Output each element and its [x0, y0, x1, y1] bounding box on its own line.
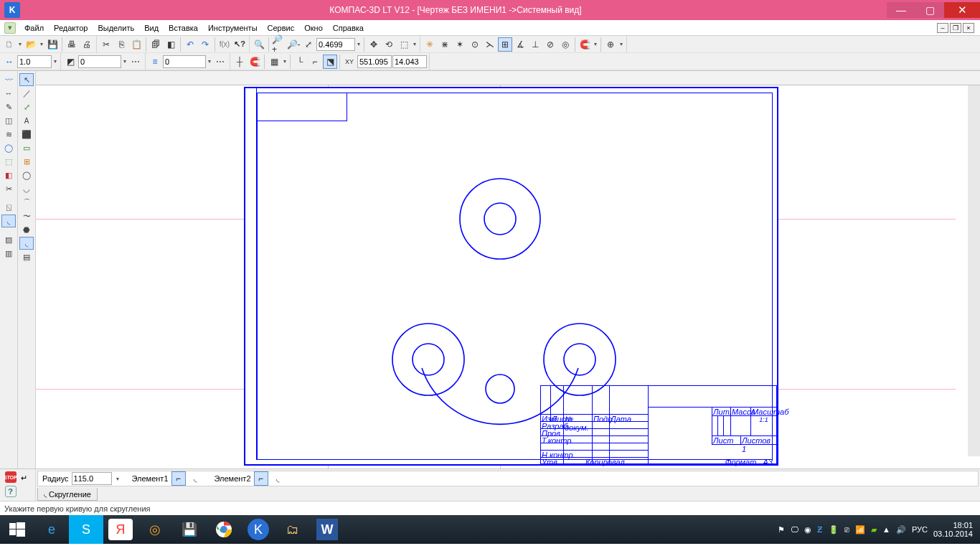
snap-tan-button[interactable]: ⊘ — [543, 37, 557, 52]
menu-help[interactable]: Справка — [329, 22, 368, 34]
taskbar-kompas-icon[interactable]: K — [248, 519, 269, 540]
tray-flag-icon[interactable]: ⚑ — [778, 525, 785, 534]
orbit-button[interactable]: ⟲ — [382, 37, 396, 52]
coord-x-input[interactable] — [357, 55, 392, 68]
tray-screen-icon[interactable]: 🖵 — [791, 525, 798, 534]
vertical-scrollbar[interactable] — [968, 85, 980, 456]
menu-edit[interactable]: Редактор — [50, 22, 92, 34]
elem2-opt1-button[interactable]: ⌐ — [254, 471, 268, 486]
open-button[interactable]: 📂 — [24, 37, 38, 52]
undo-button[interactable]: ↶ — [183, 37, 197, 52]
tool-arc-icon[interactable]: ◡ — [19, 182, 34, 195]
cat-a-icon[interactable]: ✂ — [1, 182, 16, 195]
cat-b-icon[interactable]: ⍂ — [1, 201, 16, 214]
tool-poly-icon[interactable]: ⬣ — [19, 223, 34, 236]
cat-geometry-icon[interactable]: 〰 — [1, 73, 16, 86]
tool-spline-icon[interactable]: 〜 — [19, 209, 34, 222]
snap-mid-button[interactable]: ⋇ — [438, 37, 452, 52]
cat-edit-icon[interactable]: ◫ — [1, 114, 16, 127]
ortho2-button[interactable]: └ — [293, 55, 307, 69]
paste-button[interactable]: 📋 — [129, 37, 143, 52]
cat-fillet-icon[interactable]: ◟ — [1, 215, 16, 227]
redo-button[interactable]: ↷ — [198, 37, 212, 52]
tool-line-icon[interactable]: ／ — [19, 87, 34, 100]
tray-battery-icon[interactable]: 🔋 — [829, 525, 839, 534]
cat-views-icon[interactable]: ▥ — [1, 247, 16, 260]
tray-app-icon[interactable]: Ƶ — [817, 525, 823, 534]
apply-button[interactable]: ↵ — [18, 471, 31, 484]
snap-near-button[interactable]: ⋋ — [483, 37, 497, 52]
tray-net-icon[interactable]: 📶 — [855, 525, 865, 534]
magnet-button[interactable]: 🧲 — [248, 55, 262, 69]
taskbar-ie-icon[interactable]: e — [34, 515, 69, 544]
taskbar-aimp-icon[interactable]: ◎ — [138, 515, 172, 544]
menu-service[interactable]: Сервис — [263, 22, 299, 34]
snap-int-button[interactable]: ✶ — [453, 37, 467, 52]
print-preview-button[interactable]: 🖶 — [65, 37, 79, 52]
tool-circle-icon[interactable]: ◯ — [19, 169, 34, 182]
tray-clock[interactable]: 18:01 03.10.2014 — [933, 521, 973, 538]
zoom-window-button[interactable]: 🔍 — [252, 37, 266, 52]
snap-center-button[interactable]: ⊙ — [468, 37, 482, 52]
menu-select[interactable]: Выделить — [93, 22, 138, 34]
tool-aux-icon[interactable]: ⤢ — [19, 100, 34, 113]
cat-params-icon[interactable]: ≋ — [1, 128, 16, 141]
coord-y-input[interactable] — [392, 55, 427, 68]
layer-input[interactable] — [78, 55, 121, 68]
cat-hatch-icon[interactable]: ▨ — [1, 233, 16, 246]
perp-button[interactable]: ⌐ — [308, 55, 322, 69]
new-button[interactable]: 🗋 — [2, 37, 17, 52]
redraw-button[interactable]: ⬚ — [397, 37, 411, 52]
grid-button[interactable]: ▦ — [267, 55, 281, 69]
zoom-fit-button[interactable]: ⤢ — [301, 37, 316, 52]
step-input[interactable] — [17, 55, 52, 68]
tray-up-icon[interactable]: ▲ — [882, 525, 890, 534]
properties-button[interactable]: 🗐 — [149, 37, 163, 52]
tool-arc2-icon[interactable]: ⌒ — [19, 196, 34, 209]
menu-window[interactable]: Окно — [300, 22, 327, 34]
tool-fillet-icon[interactable]: ◟ — [19, 237, 34, 250]
copy-button[interactable]: ⎘ — [114, 37, 128, 52]
radius-input[interactable] — [72, 472, 112, 485]
snap-toggle-button[interactable]: 🧲 — [578, 37, 592, 52]
tool-fill-icon[interactable]: ⬛ — [19, 128, 34, 141]
auto-button[interactable] — [18, 486, 31, 499]
tray-volume-icon[interactable]: 🔊 — [896, 525, 906, 534]
menu-tools[interactable]: Инструменты — [204, 22, 262, 34]
save-button[interactable]: 💾 — [45, 37, 60, 52]
tool-table-icon[interactable]: ⊞ — [19, 155, 34, 168]
radius-dropdown[interactable]: ▾ — [115, 476, 121, 482]
snap-end-button[interactable]: ◎ — [558, 37, 573, 52]
tray-lang[interactable]: РУС — [912, 525, 928, 534]
tray-gfx-icon[interactable]: ▰ — [871, 525, 877, 534]
close-button[interactable]: ✕ — [944, 2, 980, 18]
library-button[interactable]: ◧ — [164, 37, 178, 52]
mdi-restore[interactable]: ❐ — [950, 23, 961, 33]
snap-point-button[interactable]: ✳ — [423, 37, 437, 52]
snap-more-button[interactable]: ⊕ — [603, 37, 618, 52]
taskbar-skype-icon[interactable]: S — [69, 515, 103, 544]
cat-spec-icon[interactable]: ◧ — [1, 169, 16, 182]
maximize-button[interactable]: ▢ — [915, 2, 944, 18]
cat-select-icon[interactable]: ⬚ — [1, 155, 16, 168]
minimize-button[interactable]: — — [887, 2, 915, 18]
drawing-canvas[interactable]: ИзмЛист№ докум.Подп.Дата Разраб. Пров. Т… — [36, 85, 968, 468]
tab-fillet[interactable]: ◟ Скругление — [37, 488, 98, 501]
mdi-minimize[interactable]: – — [937, 23, 948, 33]
tool-hatch2-icon[interactable]: ▤ — [19, 250, 34, 263]
tray-shield-icon[interactable]: ◉ — [804, 525, 811, 534]
cat-dimension-icon[interactable]: ↔ — [1, 87, 16, 100]
taskbar-save-icon[interactable]: 💾 — [172, 515, 207, 544]
menu-file[interactable]: Файл — [20, 22, 48, 34]
round-button[interactable]: ⬔ — [323, 55, 337, 69]
linestyle-settings-button[interactable]: ⋯ — [213, 55, 227, 69]
cat-measure-icon[interactable]: ◯ — [1, 141, 16, 154]
taskbar-chrome-icon[interactable] — [207, 515, 241, 544]
taskbar-explorer-icon[interactable]: 🗂 — [275, 515, 310, 544]
cut-button[interactable]: ✂ — [99, 37, 113, 52]
menu-view[interactable]: Вид — [140, 22, 163, 34]
snap-perp-button[interactable]: ⊥ — [528, 37, 542, 52]
ortho-button[interactable]: ┼ — [232, 55, 247, 69]
snap-angle-button[interactable]: ∡ — [513, 37, 527, 52]
taskbar-yandex-icon[interactable]: Я — [108, 519, 133, 540]
